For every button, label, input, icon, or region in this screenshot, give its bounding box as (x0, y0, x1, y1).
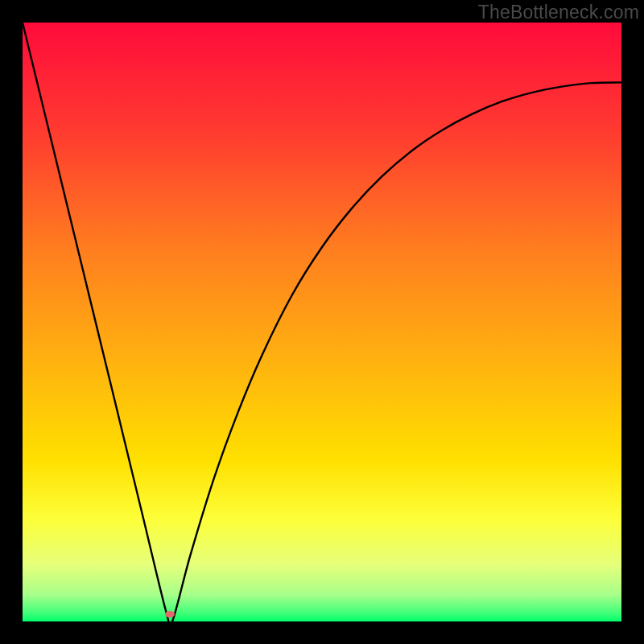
watermark-text: TheBottleneck.com (478, 2, 639, 23)
min-marker (165, 611, 175, 617)
chart-frame: TheBottleneck.com (0, 0, 644, 644)
chart-svg (23, 23, 621, 621)
plot-area (23, 23, 621, 621)
gradient-background (23, 23, 621, 621)
